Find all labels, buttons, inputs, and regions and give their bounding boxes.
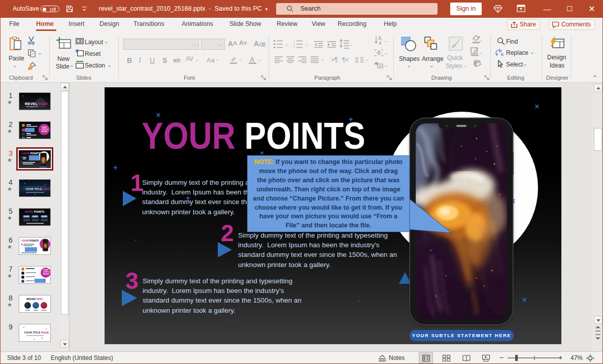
svg-text:3: 3 <box>293 46 295 48</box>
svg-text:A: A <box>378 36 382 41</box>
svg-text:c: c <box>501 52 504 57</box>
